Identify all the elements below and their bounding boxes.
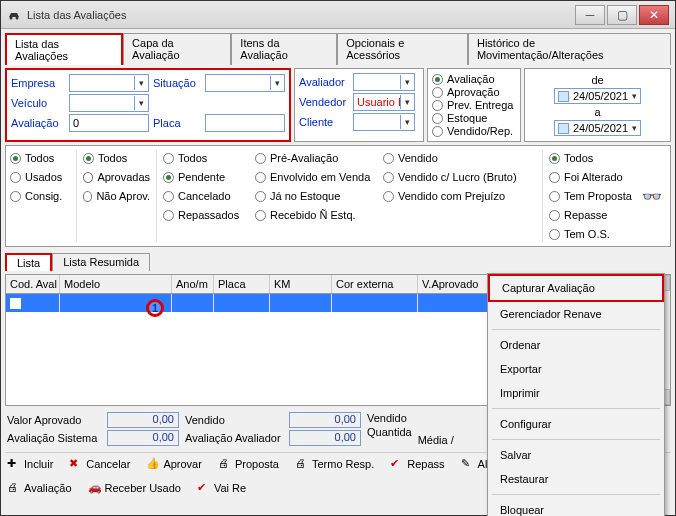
tab-historico[interactable]: Histórico de Movimentação/Alterações [468, 33, 671, 65]
dropdown-vendedor-value: Usuario De [354, 96, 400, 108]
input-avaliacao-value: 0 [73, 117, 79, 129]
label-valor-aprovado: Valor Aprovado [7, 414, 103, 426]
label-a: a [594, 106, 600, 118]
btn-receber-usado[interactable]: 🚗Receber Usado [88, 481, 181, 495]
radio-f2-todos[interactable]: Todos [83, 150, 150, 166]
maximize-button[interactable]: ▢ [607, 5, 637, 25]
radio-f4-tem-proposta[interactable]: Tem Proposta [549, 188, 632, 204]
col-modelo[interactable]: Modelo [60, 275, 172, 293]
radio-f1-usados[interactable]: Usados [10, 169, 70, 185]
menu-ordenar[interactable]: Ordenar [488, 333, 664, 357]
btn-cancelar[interactable]: ✖Cancelar [69, 457, 130, 471]
radio-f4-foi-alterado[interactable]: Foi Alterado [549, 169, 632, 185]
dropdown-situacao[interactable]: ▾ [205, 74, 285, 92]
subtabs: Lista Lista Resumida [5, 253, 671, 271]
col-cor[interactable]: Cor externa [332, 275, 418, 293]
value-vendido: 0,00 [289, 412, 361, 428]
btn-repass[interactable]: ✔Repass [390, 457, 444, 471]
btn-aprovar[interactable]: 👍Aprovar [146, 457, 202, 471]
check-icon: ✔ [390, 457, 404, 471]
value-avaliacao-avaliador: 0,00 [289, 430, 361, 446]
radio-f4-repasse[interactable]: Repasse [549, 207, 632, 223]
menu-salvar[interactable]: Salvar [488, 443, 664, 467]
label-avaliacao-avaliador: Avaliação Avaliador [185, 432, 285, 444]
main-window: Lista das Avaliações ─ ▢ ✕ Lista das Ava… [0, 0, 676, 516]
menu-separator [492, 329, 660, 330]
menu-configurar[interactable]: Configurar [488, 412, 664, 436]
btn-incluir[interactable]: ✚Incluir [7, 457, 53, 471]
col-placa[interactable]: Placa [214, 275, 270, 293]
radio-f1-todos[interactable]: Todos [10, 150, 70, 166]
radio-f3-envolvido-venda[interactable]: Envolvido em Venda [255, 169, 375, 185]
radio-f3-repassados[interactable]: Repassados [163, 207, 247, 223]
dropdown-empresa[interactable]: ▾ [69, 74, 149, 92]
input-avaliacao[interactable]: 0 [69, 114, 149, 132]
radio-f3-ja-estoque[interactable]: Já no Estoque [255, 188, 375, 204]
radio-f3-pre-avaliacao[interactable]: Pré-Avaliação [255, 150, 375, 166]
col-vaprovado[interactable]: V.Aprovado [418, 275, 498, 293]
menu-exportar[interactable]: Exportar [488, 357, 664, 381]
dropdown-avaliador[interactable]: ▾ [353, 73, 415, 91]
close-button[interactable]: ✕ [639, 5, 669, 25]
col-cod-aval[interactable]: Cod. Aval [6, 275, 60, 293]
tab-capa[interactable]: Capa da Avaliação [123, 33, 231, 65]
filter-box-dates: de 24/05/2021▾ a 24/05/2021▾ [524, 68, 671, 142]
label-empresa: Empresa [11, 77, 65, 89]
radio-avaliacao[interactable]: Avaliação [432, 73, 516, 85]
radio-estoque[interactable]: Estoque [432, 112, 516, 124]
input-placa[interactable] [205, 114, 285, 132]
menu-separator [492, 408, 660, 409]
radio-f3-recebido-nao-estq[interactable]: Recebido Ñ Estq. [255, 207, 375, 223]
menu-bloquear[interactable]: Bloquear [488, 498, 664, 516]
label-situacao: Situação [153, 77, 201, 89]
minimize-button[interactable]: ─ [575, 5, 605, 25]
radio-prev-entrega[interactable]: Prev. Entrega [432, 99, 516, 111]
tab-itens[interactable]: Itens da Avaliação [231, 33, 337, 65]
menu-capturar-avaliacao[interactable]: Capturar Avaliação [488, 274, 664, 302]
app-icon [7, 8, 21, 22]
date-to[interactable]: 24/05/2021▾ [554, 120, 641, 136]
col-ano[interactable]: Ano/m [172, 275, 214, 293]
filter-box-tipo-data: Avaliação Aprovação Prev. Entrega Estoqu… [427, 68, 521, 142]
label-vendido2: Vendido [367, 412, 407, 424]
radio-f3-vendido-prejuizo[interactable]: Vendido com Prejuízo [383, 188, 523, 204]
menu-gerenciador-renave[interactable]: Gerenciador Renave [488, 302, 664, 326]
radio-f3-todos[interactable]: Todos [163, 150, 247, 166]
btn-proposta[interactable]: 🖨Proposta [218, 457, 279, 471]
menu-restaurar[interactable]: Restaurar [488, 467, 664, 491]
radio-f4-tem-os[interactable]: Tem O.S. [549, 226, 632, 242]
dropdown-cliente[interactable]: ▾ [353, 113, 415, 131]
radio-f3-vendido-lucro[interactable]: Vendido c/ Lucro (Bruto) [383, 169, 523, 185]
radio-f4-todos[interactable]: Todos [549, 150, 632, 166]
dropdown-vendedor[interactable]: Usuario De▾ [353, 93, 415, 111]
menu-imprimir[interactable]: Imprimir [488, 381, 664, 405]
btn-avaliacao[interactable]: 🖨Avaliação [7, 481, 72, 495]
printer-icon: 🖨 [218, 457, 232, 471]
radio-f2-nao-aprov[interactable]: Não Aprov. [83, 188, 150, 204]
radio-f3-vendido[interactable]: Vendido [383, 150, 523, 166]
radio-f3-cancelado[interactable]: Cancelado [163, 188, 247, 204]
radio-vendido-rep[interactable]: Vendido/Rep. [432, 125, 516, 137]
date-from[interactable]: 24/05/2021▾ [554, 88, 641, 104]
svg-point-1 [16, 16, 19, 19]
menu-separator [492, 494, 660, 495]
btn-termo-resp[interactable]: 🖨Termo Resp. [295, 457, 374, 471]
value-valor-aprovado: 0,00 [107, 412, 179, 428]
label-vendido: Vendido [185, 414, 285, 426]
btn-vai-re[interactable]: ✔Vai Re [197, 481, 246, 495]
radio-f2-aprovadas[interactable]: Aprovadas [83, 169, 150, 185]
subtab-lista-resumida[interactable]: Lista Resumida [52, 253, 150, 271]
search-icon[interactable]: 👓 [642, 187, 662, 206]
radio-aprovacao[interactable]: Aprovação [432, 86, 516, 98]
col-km[interactable]: KM [270, 275, 332, 293]
edit-icon: ✎ [461, 457, 475, 471]
radio-f1-consig[interactable]: Consig. [10, 188, 70, 204]
filter-box-main: Empresa ▾ Situação ▾ Veículo ▾ Avaliação… [5, 68, 291, 142]
menu-separator [492, 439, 660, 440]
car-icon: 🚗 [88, 481, 102, 495]
radio-f3-pendente[interactable]: Pendente [163, 169, 247, 185]
tab-opcionais[interactable]: Opcionais e Acessórios [337, 33, 468, 65]
subtab-lista[interactable]: Lista [5, 253, 52, 271]
tab-lista-avaliacoes[interactable]: Lista das Avaliações [5, 33, 123, 65]
dropdown-veiculo[interactable]: ▾ [69, 94, 149, 112]
